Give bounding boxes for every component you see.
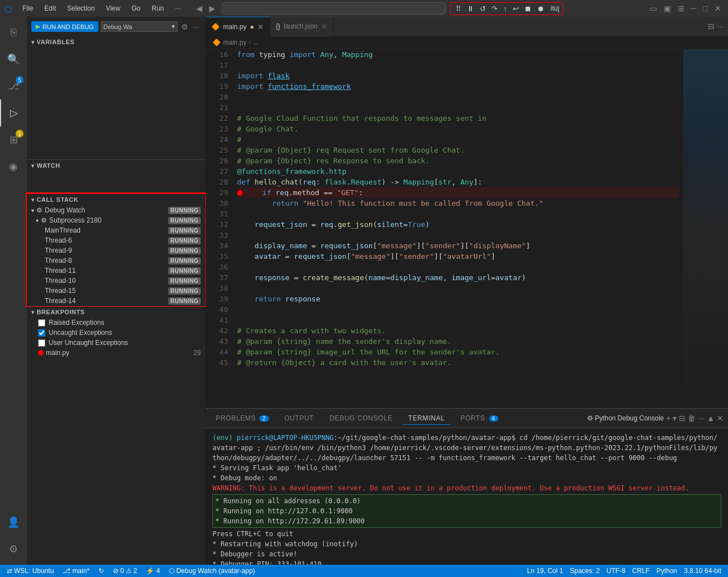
- user-uncaught-checkbox[interactable]: [38, 339, 45, 347]
- panel-close[interactable]: ✕: [717, 414, 724, 423]
- menu-view[interactable]: View: [101, 3, 125, 13]
- debug-pause[interactable]: ⏸: [465, 4, 476, 13]
- close[interactable]: ✕: [712, 3, 724, 14]
- call-stack-thread8[interactable]: Thread-8 RUNNING: [27, 256, 205, 266]
- activity-explorer[interactable]: ⎘: [0, 19, 27, 46]
- debug-settings-button[interactable]: ⚙: [180, 21, 190, 32]
- terminal-more[interactable]: ···: [698, 414, 705, 423]
- call-stack-group-debug-watch[interactable]: ▾ ⚙ Debug Watch RUNNING: [27, 205, 205, 215]
- debug-step-into[interactable]: ↷: [490, 4, 499, 13]
- terminal-dropdown[interactable]: ▾: [673, 414, 677, 423]
- activity-run-debug[interactable]: ▷: [0, 100, 27, 126]
- layout-3[interactable]: ⊞: [675, 3, 687, 14]
- tab-close-icon[interactable]: ✕: [321, 22, 328, 31]
- breakpoints-header[interactable]: ▾ BREAKPOINTS: [27, 306, 205, 318]
- activity-source-control[interactable]: ⎇ 5: [0, 73, 27, 100]
- line-number: 34: [210, 240, 228, 251]
- terminal-content[interactable]: (env) pierrick@LAPTOP-HKU5PNNG:~/git/goo…: [206, 428, 728, 565]
- status-python-version[interactable]: 3.8.10 64-bit: [682, 567, 724, 575]
- code-content[interactable]: from typing import Any, Mappingimport fl…: [233, 49, 683, 408]
- uncaught-exceptions-checkbox[interactable]: [38, 329, 45, 337]
- tab-main-py[interactable]: 🔶 main.py ● ✕: [206, 17, 270, 36]
- encoding-label: UTF-8: [607, 567, 626, 575]
- line-number: 37: [210, 272, 228, 283]
- chevron-down-icon: ▾: [31, 39, 35, 45]
- tab-close-icon[interactable]: ✕: [257, 22, 264, 31]
- panel-tab-problems[interactable]: PROBLEMS 2: [210, 412, 275, 424]
- split-editor-button[interactable]: ⊟: [708, 22, 715, 31]
- call-stack-thread15[interactable]: Thread-15 RUNNING: [27, 286, 205, 296]
- status-encoding[interactable]: UTF-8: [604, 567, 628, 575]
- activity-settings[interactable]: ⚙: [0, 536, 27, 562]
- maximize[interactable]: □: [701, 3, 710, 14]
- status-language[interactable]: Python: [654, 567, 679, 575]
- status-line-col[interactable]: Ln 19, Col 1: [524, 567, 565, 575]
- bp-uncaught-exceptions[interactable]: Uncaught Exceptions: [27, 328, 205, 338]
- status-errors[interactable]: ⊘ 0 ⚠ 2: [111, 567, 139, 575]
- layout-2[interactable]: ▣: [661, 3, 673, 14]
- panel-tab-debug-console[interactable]: DEBUG CONSOLE: [324, 412, 399, 424]
- bp-user-uncaught-exceptions[interactable]: User Uncaught Exceptions: [27, 338, 205, 348]
- layout-1[interactable]: ▭: [647, 3, 659, 14]
- debug-stop[interactable]: ⏹: [523, 4, 533, 13]
- delete-terminal-button[interactable]: 🗑: [688, 414, 696, 423]
- panel-tab-terminal[interactable]: TERMINAL: [403, 412, 450, 425]
- menu-selection[interactable]: Selection: [63, 3, 99, 13]
- call-stack-subprocess[interactable]: ▾ ⚙ Subprocess 2180 RUNNING: [27, 215, 205, 225]
- status-spaces[interactable]: Spaces: 2: [568, 567, 602, 575]
- run-debug-button[interactable]: ▶ RUN AND DEBUG: [31, 21, 98, 32]
- nav-back[interactable]: ◀: [194, 3, 205, 14]
- menu-file[interactable]: File: [18, 3, 37, 13]
- panel-maximize[interactable]: ▲: [707, 414, 715, 423]
- status-sync[interactable]: ↻: [96, 567, 106, 575]
- raised-exceptions-checkbox[interactable]: [38, 319, 45, 327]
- bp-raised-exceptions[interactable]: Raised Exceptions: [27, 318, 205, 328]
- add-terminal-button[interactable]: +: [666, 414, 670, 423]
- variables-header[interactable]: ▾ VARIABLES: [27, 36, 205, 48]
- minimize[interactable]: ─: [689, 3, 699, 14]
- call-stack-thread9[interactable]: Thread-9 RUNNING: [27, 245, 205, 256]
- debug-continue[interactable]: ↩: [511, 4, 521, 13]
- more-tabs-button[interactable]: ···: [717, 22, 724, 31]
- call-stack-thread11[interactable]: Thread-11 RUNNING: [27, 266, 205, 276]
- status-line-ending[interactable]: CRLF: [630, 567, 652, 575]
- call-stack-mainthread[interactable]: MainThread RUNNING: [27, 225, 205, 235]
- debug-config-select[interactable]: Debug Wa ▾: [101, 21, 178, 32]
- status-remote[interactable]: ⇄ WSL: Ubuntu: [4, 567, 56, 575]
- debug-restart[interactable]: ↺: [478, 4, 488, 13]
- line-number: 19: [210, 81, 228, 92]
- split-terminal-button[interactable]: ⊟: [679, 414, 686, 423]
- status-ports[interactable]: ⚡ 4: [144, 567, 162, 575]
- debug-more-button[interactable]: ···: [192, 21, 201, 32]
- nav-forward[interactable]: ▶: [207, 3, 218, 14]
- call-stack-thread10[interactable]: Thread-10 RUNNING: [27, 276, 205, 286]
- status-debug[interactable]: ⬡ Debug Watch (avatar-app): [167, 567, 257, 575]
- activity-extensions[interactable]: ⊞ 1: [0, 126, 27, 153]
- debug-toolbar: ⠿ ⏸ ↺ ↷ ↑ ↩ ⏹ ⏺ ituj: [450, 2, 563, 15]
- call-stack-thread14[interactable]: Thread-14 RUNNING: [27, 296, 205, 306]
- tab-launch-json[interactable]: {} launch.json ✕: [270, 17, 334, 36]
- breadcrumb-file[interactable]: main.py: [223, 39, 247, 46]
- activity-accounts[interactable]: 👤: [0, 509, 27, 536]
- debug-step-over[interactable]: ⠿: [454, 4, 463, 13]
- status-branch[interactable]: ⎇ main*: [60, 567, 92, 575]
- watch-header[interactable]: ▾ WATCH: [27, 160, 205, 171]
- breadcrumb-more[interactable]: ...: [253, 39, 259, 46]
- code-line: @functions_framework.http: [237, 166, 679, 177]
- menu-edit[interactable]: Edit: [40, 3, 60, 13]
- menu-more[interactable]: ···: [171, 3, 185, 13]
- call-stack-header[interactable]: ▾ CALL STACK: [27, 194, 205, 205]
- panel-tab-ports[interactable]: PORTS 4: [455, 412, 504, 424]
- code-line: if req.method == "GET":: [237, 187, 679, 198]
- activity-remote[interactable]: ◉: [0, 153, 27, 180]
- bp-main-py[interactable]: main.py 29: [27, 348, 205, 358]
- search-bar[interactable]: [222, 2, 446, 15]
- panel-tab-output[interactable]: OUTPUT: [279, 412, 320, 424]
- call-stack-thread6[interactable]: Thread-6 RUNNING: [27, 235, 205, 245]
- activity-search[interactable]: 🔍: [0, 46, 27, 73]
- menu-go[interactable]: Go: [127, 3, 145, 13]
- status-errors-label: 0: [120, 567, 124, 575]
- debug-step-out[interactable]: ↑: [502, 4, 509, 13]
- menu-run[interactable]: Run: [147, 3, 168, 13]
- debug-record[interactable]: ⏺: [536, 4, 546, 13]
